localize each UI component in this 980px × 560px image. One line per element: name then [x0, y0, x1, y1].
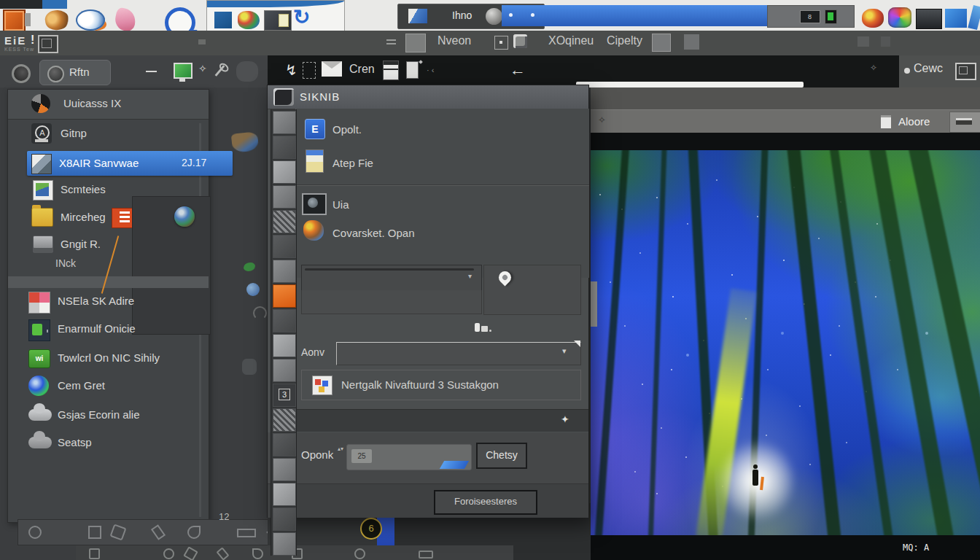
path-field-lower[interactable]: [301, 290, 482, 314]
tool-icon[interactable]: [151, 524, 166, 540]
forest-artwork-image[interactable]: [591, 150, 980, 535]
folder-app-icon[interactable]: [264, 10, 292, 31]
tool-thumbnail[interactable]: [273, 309, 296, 332]
sidebar-item-cemgret[interactable]: Cem Gret: [8, 374, 209, 400]
strip-icon[interactable]: [354, 548, 365, 559]
menu-item[interactable]: Nveon: [438, 34, 471, 47]
menu-item[interactable]: Cipelty: [607, 34, 642, 47]
sidebar-item-seatsp[interactable]: Seatsp: [8, 431, 209, 457]
name-input[interactable]: [336, 342, 581, 365]
strip-icon[interactable]: [89, 548, 100, 559]
bolt-icon[interactable]: ↯: [285, 61, 298, 79]
strip-icon[interactable]: [163, 548, 174, 559]
menu-item-atep-fie[interactable]: Atep Fie: [296, 147, 589, 179]
tool-thumbnail[interactable]: [273, 111, 296, 134]
strip-icon[interactable]: [183, 546, 198, 560]
caret-down-icon[interactable]: ▾: [562, 346, 567, 356]
parrot2-app-icon[interactable]: [862, 9, 884, 28]
tool-icon[interactable]: [28, 526, 42, 539]
strip-icon[interactable]: [419, 551, 433, 559]
stepper-arrows-icon[interactable]: ▴▾: [338, 446, 343, 452]
tool-thumbnail[interactable]: [273, 334, 296, 357]
dock-app-icon[interactable]: [916, 9, 942, 29]
sidebar-item-enarmulf[interactable]: Enarmulf Onicie: [8, 317, 209, 343]
tool-thumbnail[interactable]: [273, 458, 296, 481]
tool-icon[interactable]: [109, 524, 126, 540]
open-folder-icon[interactable]: [322, 61, 342, 77]
dotted-select-icon[interactable]: [303, 62, 316, 79]
ok-button[interactable]: Chetsy: [476, 443, 527, 469]
open-label[interactable]: Cren: [349, 63, 375, 76]
sidebar-item-towlcrl[interactable]: wi Towlcrl On NIC Sihily: [8, 346, 209, 373]
export-doc-icon[interactable]: [406, 61, 419, 79]
gray-tool-icon[interactable]: [405, 34, 426, 52]
menu-item-opolt[interactable]: E Opolt.: [296, 114, 589, 144]
location-pin-icon[interactable]: [496, 268, 513, 286]
tool-icon[interactable]: [88, 526, 101, 539]
butterfly-app-icon[interactable]: [44, 9, 70, 31]
tool-thumbnail-active[interactable]: [273, 284, 296, 308]
tool-thumbnail[interactable]: [273, 433, 296, 456]
menu-item[interactable]: XOqineu: [548, 34, 594, 47]
blue-square-icon[interactable]: [214, 12, 232, 28]
document-icon[interactable]: [881, 115, 891, 128]
restore-window-icon[interactable]: [955, 63, 976, 80]
monitor-icon[interactable]: [174, 63, 192, 79]
sidebar-item-gitnp[interactable]: A Gitnp: [8, 120, 209, 148]
parrot-app-icon[interactable]: [238, 11, 260, 29]
wrench-icon[interactable]: [215, 65, 225, 77]
window-icon[interactable]: [38, 35, 58, 53]
print-button[interactable]: [949, 112, 980, 133]
palette-app-icon[interactable]: [888, 7, 911, 28]
file-entry-row[interactable]: Nertgalk Nivaftuurd 3 Sustakgon: [301, 370, 581, 400]
open-field-label: Oponk: [301, 448, 333, 461]
browser-sphere-icon: [28, 376, 49, 396]
menu-item-covarsket[interactable]: Covarsket. Opan: [296, 218, 589, 247]
tool-thumbnail[interactable]: [273, 160, 296, 184]
refresh-icon[interactable]: ↻: [293, 7, 327, 28]
tool-thumbnail[interactable]: [273, 359, 296, 382]
sidebar-item-selected[interactable]: X8AIR Sanvwae 2J.17: [27, 151, 233, 176]
flask-app-icon[interactable]: [76, 9, 105, 31]
dialog-bottom-bar: Foroiseesteres: [268, 483, 588, 518]
gray-decor-icon: [242, 359, 257, 375]
document-icon[interactable]: [383, 61, 399, 80]
tool-thumbnail[interactable]: [273, 185, 296, 209]
tool-thumbnail[interactable]: [273, 483, 296, 506]
tool-thumbnail-numbered[interactable]: 3: [273, 384, 296, 407]
bluebox-app-icon[interactable]: [945, 9, 967, 28]
gray-tool-icon[interactable]: [652, 34, 671, 52]
path-combobox[interactable]: ▾: [301, 265, 482, 291]
run-button[interactable]: Rftn: [39, 60, 111, 85]
tool-thumbnail[interactable]: [273, 260, 296, 283]
scroll-tab[interactable]: [591, 281, 597, 327]
sidebar-item-nsela[interactable]: NSEla SK Adire: [8, 289, 209, 316]
sidebar-item-gsjas[interactable]: Gsjas Ecorin alie: [8, 403, 209, 429]
tool-icon[interactable]: [187, 526, 201, 539]
dialog-titlebar[interactable]: SIKNIB: [268, 85, 588, 109]
counter-icon: 8: [800, 10, 820, 23]
minimize-icon[interactable]: [146, 71, 157, 72]
tool-icon[interactable]: [237, 529, 256, 537]
tool-thumbnail[interactable]: [273, 508, 296, 531]
dice-icon[interactable]: [513, 34, 527, 48]
tool-thumbnail[interactable]: [273, 210, 296, 233]
orange-app-icon[interactable]: [3, 9, 26, 32]
strip-icon[interactable]: [216, 547, 229, 560]
checkbox-icon[interactable]: [494, 36, 508, 50]
tree-trunk: [593, 150, 631, 535]
swirl-icon[interactable]: [12, 64, 31, 83]
tool-thumbnail[interactable]: [273, 136, 296, 159]
hand-app-icon[interactable]: [113, 7, 138, 32]
sparkle-icon[interactable]: ✦: [561, 413, 569, 425]
tool-thumbnail[interactable]: [273, 532, 296, 556]
tool-thumbnail[interactable]: [273, 235, 296, 258]
strip-icon[interactable]: [252, 548, 263, 559]
preferences-button[interactable]: Foroiseesteres: [434, 490, 537, 515]
gray-tool-icon[interactable]: [684, 34, 699, 50]
back-arrow-icon[interactable]: ←: [510, 61, 526, 79]
open-stepper[interactable]: 25: [346, 444, 472, 470]
tool-thumbnail[interactable]: [273, 408, 296, 432]
menu-item-uia[interactable]: Uia: [296, 190, 589, 218]
brush-app-icon[interactable]: [968, 5, 980, 30]
